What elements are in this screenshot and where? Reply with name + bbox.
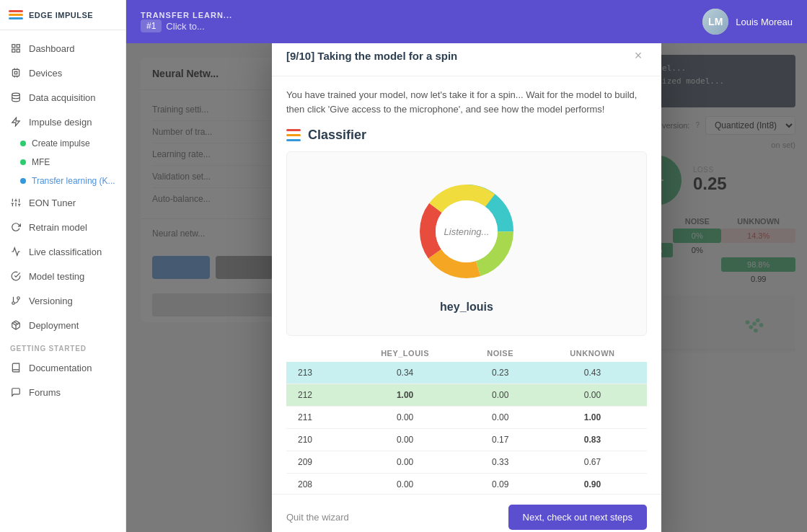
message-circle-icon — [10, 386, 22, 398]
svg-rect-0 — [12, 45, 15, 48]
header-title: TRANSFER LEARN... — [141, 11, 232, 19]
dot-icon — [20, 141, 26, 146]
row-hey-louis: 0.00 — [348, 451, 463, 474]
modal-header: [9/10] Taking the model for a spin × — [272, 43, 661, 76]
sidebar-item-documentation[interactable]: Documentation — [0, 355, 125, 380]
donut-chart: Listening... — [409, 174, 524, 289]
table-row: 2110.000.001.00 — [286, 407, 647, 429]
sidebar-nav: Dashboard Devices Data acquisition — [0, 30, 125, 532]
sidebar-item-label: Impulse design — [29, 117, 92, 128]
row-hey-louis: 0.00 — [348, 407, 463, 429]
row-id: 209 — [286, 451, 348, 474]
svg-rect-3 — [12, 49, 15, 52]
sidebar-item-deployment[interactable]: Deployment — [0, 313, 125, 337]
table-row: 2100.000.170.83 — [286, 429, 647, 451]
sidebar-item-impulse-design[interactable]: Impulse design — [0, 110, 125, 134]
sidebar-item-eon-tuner[interactable]: EON Tuner — [0, 190, 125, 215]
sidebar-item-label: Versioning — [29, 296, 73, 306]
row-hey-louis: 0.00 — [348, 429, 463, 451]
donut-center-label: Listening... — [431, 226, 503, 237]
refresh-icon — [10, 221, 22, 233]
sliders-icon — [10, 197, 22, 208]
sidebar-item-create-impulse[interactable]: Create impulse — [10, 134, 125, 153]
row-unknown: 0.67 — [538, 451, 647, 474]
row-hey-louis: 0.34 — [348, 362, 463, 384]
sidebar-item-retrain-model[interactable]: Retrain model — [0, 215, 125, 239]
user-avatar: LM — [702, 9, 728, 35]
sidebar-sub-label: Transfer learning (K... — [32, 176, 115, 186]
modal-body: You have trained your model, now let's t… — [272, 76, 661, 494]
sidebar-item-live-classification[interactable]: Live classification — [0, 239, 125, 264]
modal-title: [9/10] Taking the model for a spin — [286, 50, 457, 62]
cpu-icon — [10, 67, 22, 79]
sidebar-item-forums[interactable]: Forums — [0, 380, 125, 404]
sidebar-sub-label: Create impulse — [32, 138, 90, 148]
col-header-noise: NOISE — [462, 345, 537, 362]
modal-description: You have trained your model, now let's t… — [286, 88, 647, 116]
quit-wizard-link[interactable]: Quit the wizard — [286, 512, 349, 523]
user-name: Louis Moreau — [736, 17, 793, 27]
row-id: 211 — [286, 407, 348, 429]
content-area: Neural Netw... ▲ Training setti... Numbe… — [126, 43, 807, 532]
svg-rect-2 — [17, 49, 19, 52]
dot-icon — [20, 159, 26, 165]
sidebar-item-transfer-learning[interactable]: Transfer learning (K... — [10, 172, 125, 190]
activity-icon — [10, 246, 22, 257]
row-noise: 0.33 — [462, 451, 537, 474]
table-header-row: HEY_LOUIS NOISE UNKNOWN — [286, 345, 647, 362]
row-noise: 0.17 — [462, 429, 537, 451]
row-id: 210 — [286, 429, 348, 451]
modal-step: 9/10 — [290, 50, 311, 62]
svg-rect-4 — [12, 69, 19, 76]
row-unknown: 1.00 — [538, 407, 647, 429]
header-subtitle: #1 Click to... — [141, 19, 232, 32]
table-row: 2121.000.000.00 — [286, 384, 647, 407]
sidebar-item-dashboard[interactable]: Dashboard — [0, 36, 125, 61]
app-name: EDGE IMPULSE — [29, 11, 93, 19]
getting-started-label: GETTING STARTED — [0, 337, 125, 355]
check-circle-icon — [10, 270, 22, 282]
classifier-title: Classifier — [308, 128, 366, 143]
sidebar-item-label: EON Tuner — [29, 198, 76, 208]
prediction-label: hey_louis — [440, 301, 493, 314]
row-noise: 0.00 — [462, 407, 537, 429]
svg-point-10 — [12, 93, 20, 96]
sidebar-item-label: Deployment — [29, 320, 79, 331]
row-id: 212 — [286, 384, 348, 407]
header-step-label: Click to... — [166, 21, 204, 32]
svg-point-23 — [12, 302, 15, 305]
modal-dialog: [9/10] Taking the model for a spin × You… — [272, 43, 661, 532]
modal-overlay: [9/10] Taking the model for a spin × You… — [126, 43, 807, 532]
sidebar-item-label: Retrain model — [29, 222, 87, 233]
table-row: 2130.340.230.43 — [286, 362, 647, 384]
next-steps-button[interactable]: Next, check out next steps — [508, 505, 647, 530]
sidebar-item-label: Dashboard — [29, 43, 75, 54]
sidebar: EDGE IMPULSE Dashboard Devices — [0, 0, 126, 532]
git-branch-icon — [10, 295, 22, 306]
logo-area: EDGE IMPULSE — [0, 0, 125, 30]
row-noise: 0.23 — [462, 362, 537, 384]
zap-icon — [10, 116, 22, 128]
svg-rect-5 — [14, 71, 17, 74]
modal-footer: Quit the wizard Next, check out next ste… — [272, 494, 661, 532]
table-row: 2080.000.090.90 — [286, 474, 647, 495]
sidebar-item-mfe[interactable]: MFE — [10, 153, 125, 172]
row-hey-louis: 1.00 — [348, 384, 463, 407]
sidebar-item-model-testing[interactable]: Model testing — [0, 264, 125, 288]
chart-container: Listening... hey_louis — [286, 151, 647, 336]
sidebar-sub-label: MFE — [32, 157, 50, 167]
sidebar-item-data-acquisition[interactable]: Data acquisition — [0, 85, 125, 110]
package-icon — [10, 319, 22, 331]
database-icon — [10, 92, 22, 103]
row-unknown: 0.83 — [538, 429, 647, 451]
svg-marker-11 — [12, 118, 20, 126]
classifier-header: Classifier — [286, 128, 647, 143]
sidebar-item-versioning[interactable]: Versioning — [0, 288, 125, 313]
sidebar-item-label: Model testing — [29, 271, 84, 282]
sidebar-item-devices[interactable]: Devices — [0, 61, 125, 85]
modal-close-button[interactable]: × — [630, 47, 647, 64]
col-header-id — [286, 345, 348, 362]
logo-icon — [9, 10, 23, 19]
avatar-image: LM — [702, 9, 728, 35]
sidebar-item-label: Devices — [29, 68, 62, 79]
